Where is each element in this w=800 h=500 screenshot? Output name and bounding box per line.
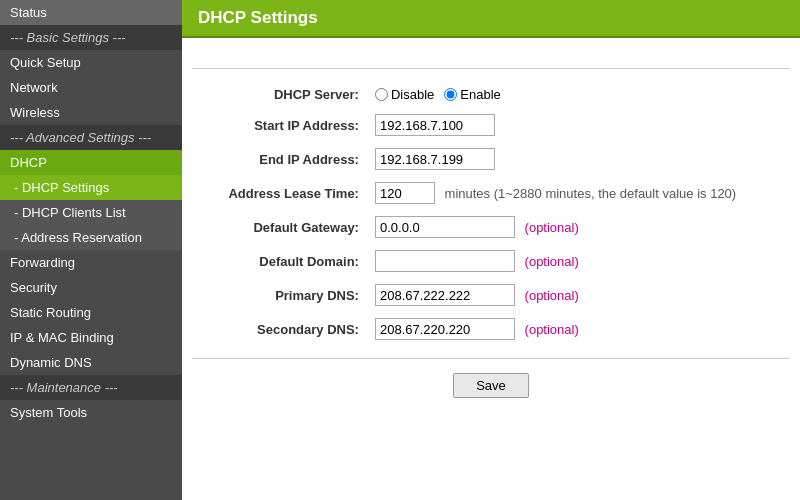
lease-time-note: minutes (1~2880 minutes, the default val… [445, 186, 737, 201]
primary-dns-field: (optional) [367, 278, 775, 312]
domain-label: Default Domain: [207, 244, 367, 278]
gateway-row: Default Gateway: (optional) [207, 210, 775, 244]
secondary-dns-input[interactable] [375, 318, 515, 340]
save-row: Save [192, 373, 790, 398]
gateway-label: Default Gateway: [207, 210, 367, 244]
enable-radio[interactable] [444, 88, 457, 101]
dhcp-server-row: DHCP Server: Disable Enable [207, 81, 775, 108]
lease-time-field: minutes (1~2880 minutes, the default val… [367, 176, 775, 210]
sidebar-maintenance-header: --- Maintenance --- [0, 375, 182, 400]
main-content: DHCP Settings DHCP Server: Disable [182, 0, 800, 500]
domain-input[interactable] [375, 250, 515, 272]
sidebar-item-dynamic-dns[interactable]: Dynamic DNS [0, 350, 182, 375]
save-button[interactable]: Save [453, 373, 529, 398]
sidebar-item-system-tools[interactable]: System Tools [0, 400, 182, 425]
secondary-dns-optional: (optional) [525, 322, 579, 337]
lease-time-row: Address Lease Time: minutes (1~2880 minu… [207, 176, 775, 210]
content-area: DHCP Server: Disable Enable [182, 38, 800, 500]
sidebar-item-forwarding[interactable]: Forwarding [0, 250, 182, 275]
enable-radio-label[interactable]: Enable [444, 87, 500, 102]
sidebar-item-wireless[interactable]: Wireless [0, 100, 182, 125]
end-ip-label: End IP Address: [207, 142, 367, 176]
secondary-dns-row: Secondary DNS: (optional) [207, 312, 775, 346]
sidebar-item-network[interactable]: Network [0, 75, 182, 100]
domain-row: Default Domain: (optional) [207, 244, 775, 278]
disable-radio[interactable] [375, 88, 388, 101]
secondary-dns-field: (optional) [367, 312, 775, 346]
sidebar-item-quick-setup[interactable]: Quick Setup [0, 50, 182, 75]
dhcp-server-field: Disable Enable [367, 81, 775, 108]
domain-field: (optional) [367, 244, 775, 278]
end-ip-row: End IP Address: [207, 142, 775, 176]
dhcp-settings-form: DHCP Server: Disable Enable [207, 81, 775, 346]
primary-dns-label: Primary DNS: [207, 278, 367, 312]
secondary-dns-label: Secondary DNS: [207, 312, 367, 346]
primary-dns-input[interactable] [375, 284, 515, 306]
sidebar-item-address-reservation[interactable]: - Address Reservation [0, 225, 182, 250]
end-ip-field [367, 142, 775, 176]
start-ip-input[interactable] [375, 114, 495, 136]
start-ip-row: Start IP Address: [207, 108, 775, 142]
start-ip-label: Start IP Address: [207, 108, 367, 142]
bottom-divider [192, 358, 790, 359]
gateway-field: (optional) [367, 210, 775, 244]
sidebar-item-security[interactable]: Security [0, 275, 182, 300]
gateway-optional: (optional) [525, 220, 579, 235]
disable-radio-label[interactable]: Disable [375, 87, 434, 102]
sidebar: Status --- Basic Settings --- Quick Setu… [0, 0, 182, 500]
sidebar-item-dhcp-settings[interactable]: - DHCP Settings [0, 175, 182, 200]
sidebar-item-ip-mac-binding[interactable]: IP & MAC Binding [0, 325, 182, 350]
sidebar-basic-settings-header: --- Basic Settings --- [0, 25, 182, 50]
page-title: DHCP Settings [182, 0, 800, 38]
sidebar-item-status[interactable]: Status [0, 0, 182, 25]
start-ip-field [367, 108, 775, 142]
top-divider [192, 68, 790, 69]
sidebar-item-dhcp[interactable]: DHCP [0, 150, 182, 175]
dhcp-server-radio-group: Disable Enable [375, 87, 767, 102]
lease-time-label: Address Lease Time: [207, 176, 367, 210]
sidebar-item-dhcp-clients-list[interactable]: - DHCP Clients List [0, 200, 182, 225]
domain-optional: (optional) [525, 254, 579, 269]
end-ip-input[interactable] [375, 148, 495, 170]
lease-time-input[interactable] [375, 182, 435, 204]
primary-dns-optional: (optional) [525, 288, 579, 303]
sidebar-advanced-settings-header: --- Advanced Settings --- [0, 125, 182, 150]
dhcp-server-label: DHCP Server: [207, 81, 367, 108]
sidebar-item-static-routing[interactable]: Static Routing [0, 300, 182, 325]
primary-dns-row: Primary DNS: (optional) [207, 278, 775, 312]
gateway-input[interactable] [375, 216, 515, 238]
